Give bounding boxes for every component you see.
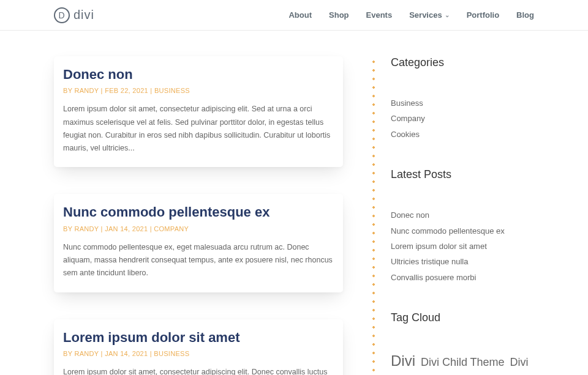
meta-author[interactable]: RANDY	[74, 225, 99, 232]
post-card: Lorem ipsum dolor sit amet BY RANDY | JA…	[54, 319, 343, 375]
logo-icon: D	[54, 7, 70, 23]
post-meta: BY RANDY | JAN 14, 2021 | COMPANY	[63, 225, 334, 232]
list-item: Lorem ipsum dolor sit amet	[391, 239, 534, 253]
meta-sep: |	[148, 87, 154, 94]
tag-link[interactable]: Divi	[391, 352, 415, 369]
category-link[interactable]: Business	[391, 98, 423, 108]
sidebar: Categories Business Company Cookies Late…	[372, 56, 534, 375]
nav-about[interactable]: About	[288, 10, 312, 20]
meta-sep: |	[148, 225, 154, 232]
widget-title: Tag Cloud	[391, 311, 534, 324]
nav-shop[interactable]: Shop	[329, 10, 349, 20]
post-title[interactable]: Lorem ipsum dolor sit amet	[63, 330, 334, 346]
header: D divi About Shop Events Services ⌄ Port…	[0, 0, 588, 31]
tag-cloud: Divi Divi Child Theme Divi Host WordPres…	[391, 351, 534, 375]
latest-link[interactable]: Ultricies tristique nulla	[391, 257, 468, 266]
list-item: Business	[391, 96, 534, 110]
meta-sep: |	[148, 350, 154, 357]
tag-link[interactable]: Divi Child Theme	[421, 356, 505, 368]
post-meta: BY RANDY | FEB 22, 2021 | BUSINESS	[63, 87, 334, 94]
list-item: Company	[391, 111, 534, 125]
category-link[interactable]: Cookies	[391, 130, 420, 139]
nav-services[interactable]: Services ⌄	[409, 10, 450, 20]
meta-author[interactable]: RANDY	[74, 350, 99, 357]
post-card: Donec non BY RANDY | FEB 22, 2021 | BUSI…	[54, 56, 343, 167]
meta-author[interactable]: RANDY	[74, 87, 99, 94]
meta-category[interactable]: COMPANY	[154, 225, 189, 232]
list-item: Donec non	[391, 208, 534, 222]
widget-tag-cloud: Tag Cloud Divi Divi Child Theme Divi Hos…	[391, 311, 534, 375]
meta-by: BY	[63, 350, 74, 357]
tag-link[interactable]: WordPress	[419, 373, 497, 375]
post-title[interactable]: Donec non	[63, 67, 334, 83]
meta-sep: |	[99, 87, 105, 94]
latest-link[interactable]: Donec non	[391, 210, 429, 220]
logo-letter: D	[58, 10, 65, 20]
meta-date: FEB 22, 2021	[105, 87, 148, 94]
meta-sep: |	[99, 350, 105, 357]
widget-title: Latest Posts	[391, 168, 534, 181]
widget-categories: Categories Business Company Cookies	[391, 56, 534, 141]
chevron-down-icon: ⌄	[445, 12, 450, 18]
dotted-divider	[372, 58, 375, 375]
meta-date: JAN 14, 2021	[105, 350, 148, 357]
latest-link[interactable]: Lorem ipsum dolor sit amet	[391, 242, 487, 251]
list-item: Convallis posuere morbi	[391, 270, 534, 284]
meta-category[interactable]: BUSINESS	[154, 350, 189, 357]
list-item: Ultricies tristique nulla	[391, 254, 534, 269]
category-link[interactable]: Company	[391, 114, 425, 123]
post-excerpt: Lorem ipsum dolor sit amet, consectetur …	[63, 366, 334, 375]
nav-blog[interactable]: Blog	[516, 10, 534, 20]
post-excerpt: Nunc commodo pellentesque ex, eget males…	[63, 241, 334, 280]
logo[interactable]: D divi	[54, 7, 94, 23]
posts-column: Donec non BY RANDY | FEB 22, 2021 | BUSI…	[54, 56, 343, 375]
latest-link[interactable]: Nunc commodo pellentesque ex	[391, 226, 505, 236]
nav-events[interactable]: Events	[366, 10, 393, 20]
latest-list: Donec non Nunc commodo pellentesque ex L…	[391, 208, 534, 284]
meta-sep: |	[99, 225, 105, 232]
container: Donec non BY RANDY | FEB 22, 2021 | BUSI…	[0, 31, 588, 375]
list-item: Nunc commodo pellentesque ex	[391, 224, 534, 238]
latest-link[interactable]: Convallis posuere morbi	[391, 273, 476, 282]
post-meta: BY RANDY | JAN 14, 2021 | BUSINESS	[63, 350, 334, 357]
post-excerpt: Lorem ipsum dolor sit amet, consectetur …	[63, 103, 334, 155]
meta-date: JAN 14, 2021	[105, 225, 148, 232]
widget-latest-posts: Latest Posts Donec non Nunc commodo pell…	[391, 168, 534, 284]
logo-text: divi	[74, 8, 94, 22]
post-title[interactable]: Nunc commodo pellentesque ex	[63, 204, 334, 220]
meta-category[interactable]: BUSINESS	[154, 87, 190, 94]
nav-services-label: Services	[409, 10, 442, 20]
nav-portfolio[interactable]: Portfolio	[467, 10, 499, 20]
meta-by: BY	[63, 87, 74, 94]
main-nav: About Shop Events Services ⌄ Portfolio B…	[288, 10, 534, 20]
post-card: Nunc commodo pellentesque ex BY RANDY | …	[54, 194, 343, 292]
category-list: Business Company Cookies	[391, 96, 534, 141]
widget-title: Categories	[391, 56, 534, 69]
meta-by: BY	[63, 225, 74, 232]
list-item: Cookies	[391, 127, 534, 141]
